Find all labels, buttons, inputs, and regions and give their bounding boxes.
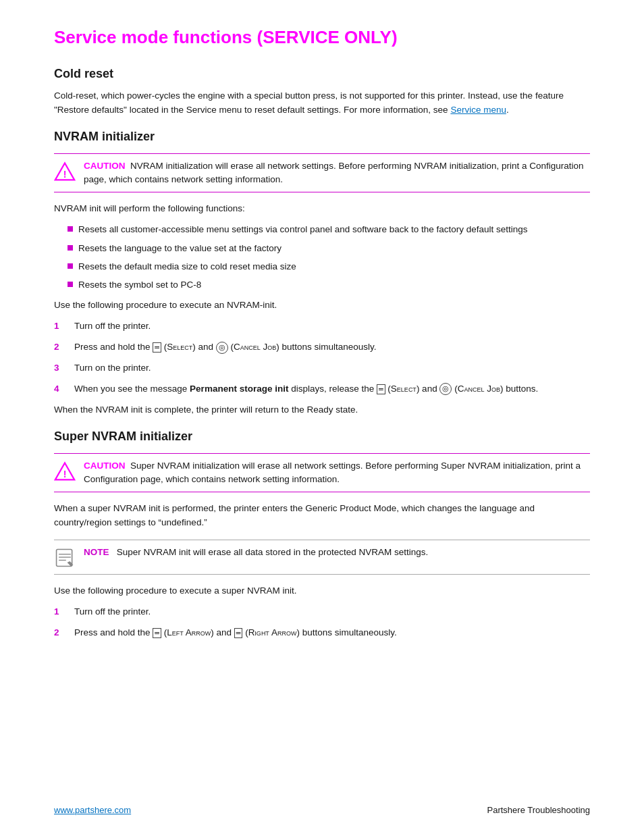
step-2: 2 Press and hold the ═ (Left Arrow) and … (54, 626, 590, 640)
step-content: Turn off the printer. (74, 605, 590, 619)
cold-reset-body: Cold-reset, which power-cycles the engin… (54, 89, 590, 118)
super-nvram-steps: 1 Turn off the printer. 2 Press and hold… (54, 605, 590, 640)
right-arrow-icon: ═ (234, 628, 243, 638)
step-1: 1 Turn off the printer. (54, 319, 590, 334)
caution-triangle-icon: ! (54, 161, 76, 182)
bullet-icon (68, 282, 73, 287)
nvram-bullet-list: Resets all customer-accessible menu sett… (68, 223, 590, 292)
nvram-steps: 1 Turn off the printer. 2 Press and hold… (54, 319, 590, 396)
super-nvram-section: Super NVRAM initializer ! CAUTION Super … (54, 429, 590, 640)
cancel-icon: ◎ (439, 383, 452, 395)
super-nvram-note-text: Super NVRAM init will erase all data sto… (117, 547, 428, 557)
step-number: 2 (54, 340, 63, 355)
nvram-caution-label: CAUTION (84, 161, 126, 171)
step-3: 3 Turn on the printer. (54, 361, 590, 375)
super-nvram-caution-text: Super NVRAM initialization will erase al… (84, 461, 581, 484)
step-number: 2 (54, 626, 63, 640)
page-footer: www.partshere.com Partshere Troubleshoot… (54, 805, 590, 815)
footer-link[interactable]: www.partshere.com (54, 805, 131, 815)
step-content: When you see the message Permanent stora… (74, 382, 590, 396)
list-item: Resets the language to the value set at … (68, 242, 590, 255)
cancel-icon: ◎ (216, 342, 228, 354)
step-number: 1 (54, 319, 63, 334)
step-2: 2 Press and hold the ═ (Select) and ◎ (C… (54, 340, 590, 355)
svg-text:!: ! (63, 469, 67, 479)
super-nvram-heading: Super NVRAM initializer (54, 429, 590, 444)
step-4: 4 When you see the message Permanent sto… (54, 382, 590, 396)
bullet-icon (68, 263, 73, 269)
svg-text:!: ! (63, 169, 67, 180)
step-content: Press and hold the ═ (Select) and ◎ (Can… (74, 340, 590, 355)
footer-right-text: Partshere Troubleshooting (487, 805, 590, 815)
super-nvram-caution-label: CAUTION (84, 461, 126, 471)
select-icon: ═ (377, 384, 385, 394)
caution-triangle-icon: ! (54, 461, 76, 482)
step-content: Turn off the printer. (74, 319, 590, 334)
list-item: Resets all customer-accessible menu sett… (68, 223, 590, 236)
nvram-intro: NVRAM init will perform the following fu… (54, 202, 590, 216)
step-number: 1 (54, 605, 63, 619)
super-nvram-note-box: NOTE Super NVRAM init will erase all dat… (54, 540, 590, 575)
bullet-icon (68, 245, 73, 251)
list-item: Resets the symbol set to PC-8 (68, 278, 590, 292)
nvram-heading: NVRAM initializer (54, 130, 590, 144)
super-nvram-note-content: NOTE Super NVRAM init will erase all dat… (84, 546, 590, 559)
super-nvram-intro: When a super NVRAM init is performed, th… (54, 502, 590, 530)
service-menu-link[interactable]: Service menu (450, 105, 506, 115)
step-content: Turn on the printer. (74, 361, 590, 375)
select-icon: ═ (153, 342, 161, 353)
nvram-caution-content: CAUTION NVRAM initialization will erase … (84, 159, 590, 187)
super-nvram-caution-box: ! CAUTION Super NVRAM initialization wil… (54, 453, 590, 493)
left-arrow-icon: ═ (153, 628, 161, 638)
nvram-section: NVRAM initializer ! CAUTION NVRAM initia… (54, 130, 590, 417)
nvram-completion: When the NVRAM init is complete, the pri… (54, 403, 590, 417)
cold-reset-section: Cold reset Cold-reset, which power-cycle… (54, 67, 590, 118)
nvram-procedure-intro: Use the following procedure to execute a… (54, 298, 590, 313)
super-nvram-note-label: NOTE (84, 547, 109, 557)
step-number: 3 (54, 361, 63, 375)
page-title: Service mode functions (SERVICE ONLY) (54, 27, 590, 48)
note-icon (54, 547, 76, 569)
step-content: Press and hold the ═ (Left Arrow) and ═ … (74, 626, 590, 640)
super-nvram-caution-content: CAUTION Super NVRAM initialization will … (84, 459, 590, 487)
super-nvram-procedure-intro: Use the following procedure to execute a… (54, 584, 590, 598)
nvram-caution-text: NVRAM initialization will erase all netw… (84, 161, 584, 184)
list-item: Resets the default media size to cold re… (68, 260, 590, 273)
cold-reset-heading: Cold reset (54, 67, 590, 81)
bullet-icon (68, 226, 73, 232)
step-number: 4 (54, 382, 63, 396)
nvram-caution-box: ! CAUTION NVRAM initialization will eras… (54, 153, 590, 193)
step-1: 1 Turn off the printer. (54, 605, 590, 619)
